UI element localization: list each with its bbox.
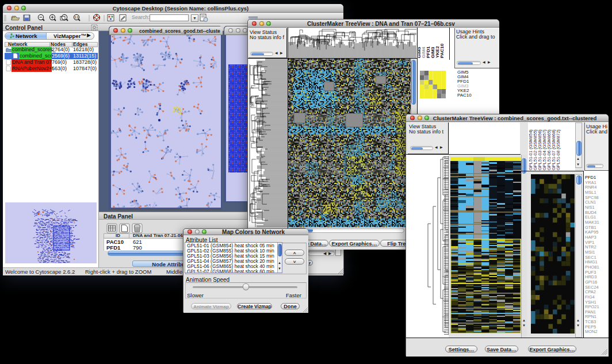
svg-text:Search:: Search: <box>132 14 150 20</box>
svg-text:PAC10: PAC10 <box>439 43 445 58</box>
svg-text:GPL51-08 (GSM872): GPL51-08 (GSM872) <box>556 129 561 170</box>
svg-text:1:1: 1:1 <box>74 16 78 19</box>
